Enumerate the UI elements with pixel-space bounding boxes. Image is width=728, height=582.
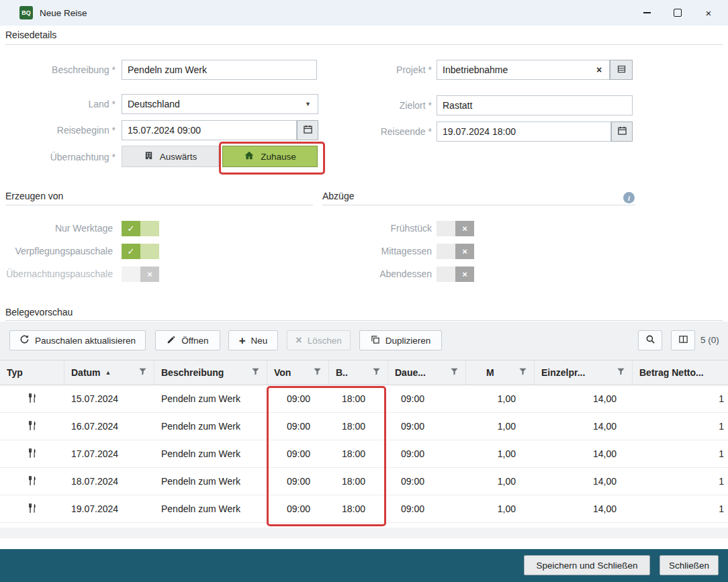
cell-beschreibung: Pendeln zum Werk — [154, 503, 267, 514]
meal-icon — [28, 420, 38, 433]
table-row[interactable]: 18.07.2024 Pendeln zum Werk 09:00 18:00 … — [0, 468, 728, 495]
close-button[interactable]: × — [693, 0, 724, 26]
filter-icon[interactable] — [518, 367, 527, 378]
filter-icon[interactable] — [138, 367, 147, 378]
abendessen-toggle[interactable]: × — [437, 266, 474, 282]
divider — [5, 320, 723, 321]
info-icon[interactable]: i — [623, 192, 635, 203]
column-header-betrag-netto[interactable]: Betrag Netto... — [633, 360, 728, 385]
projekt-clear-icon[interactable]: × — [596, 60, 602, 80]
mittagessen-toggle[interactable]: × — [437, 244, 474, 259]
column-header-bis[interactable]: B.. — [329, 360, 388, 385]
fruehstueck-label: Frühstück — [316, 221, 432, 236]
section-belegevorschau: Belegevorschau — [5, 307, 73, 318]
reisebeginn-label: Reisebeginn * — [0, 120, 116, 140]
cell-bis: 18:00 — [329, 476, 388, 487]
reiseende-input[interactable] — [437, 122, 611, 142]
loeschen-label: Löschen — [308, 336, 342, 346]
pauschalen-aktualisieren-button[interactable]: Pauschalen aktualisieren — [9, 330, 146, 350]
filter-icon[interactable] — [450, 367, 459, 378]
beschreibung-label: Beschreibung * — [0, 60, 116, 80]
building-icon — [144, 150, 154, 162]
filter-icon[interactable] — [372, 367, 381, 378]
chevron-down-icon: ▼ — [305, 101, 311, 107]
app-logo-icon: BQ — [19, 6, 33, 19]
zuhause-button[interactable]: Zuhause — [222, 146, 318, 167]
cell-bis: 18:00 — [329, 393, 388, 404]
duplizieren-label: Duplizieren — [385, 336, 431, 346]
horizontal-scrollbar[interactable] — [0, 528, 728, 538]
oeffnen-label: Öffnen — [181, 336, 208, 346]
uebernachtung-label: Übernachtung * — [0, 146, 116, 166]
verpflegungspauschale-toggle[interactable]: ✓ — [122, 244, 159, 259]
projekt-picker-button[interactable] — [610, 60, 633, 80]
column-header-typ[interactable]: Typ — [0, 360, 64, 385]
column-header-einzelpreis[interactable]: Einzelpr... — [535, 360, 633, 385]
speichern-und-schliessen-button[interactable]: Speichern und Schließen — [524, 555, 650, 575]
columns-icon — [678, 334, 688, 346]
beschreibung-input[interactable] — [122, 60, 317, 80]
edit-pencil-icon — [167, 335, 176, 346]
cell-von: 09:00 — [267, 503, 329, 514]
cell-beschreibung: Pendeln zum Werk — [154, 393, 267, 404]
schliessen-button[interactable]: Schließen — [659, 555, 719, 575]
cell-von: 09:00 — [267, 421, 329, 432]
cell-menge: 1,00 — [466, 448, 535, 459]
land-select[interactable]: Deutschland ▼ — [122, 94, 318, 114]
cross-icon: × — [140, 266, 159, 282]
zielort-input[interactable] — [437, 95, 633, 115]
column-header-von[interactable]: Von — [267, 360, 329, 385]
filter-icon[interactable] — [617, 367, 625, 378]
table-row[interactable]: 17.07.2024 Pendeln zum Werk 09:00 18:00 … — [0, 440, 728, 468]
projekt-input[interactable] — [437, 60, 610, 80]
table-row[interactable]: 15.07.2024 Pendeln zum Werk 09:00 18:00 … — [0, 385, 728, 413]
column-label: Typ — [7, 367, 23, 378]
column-header-dauer[interactable]: Daue... — [388, 360, 466, 385]
search-button[interactable] — [638, 330, 662, 350]
zuhause-button-label: Zuhause — [261, 152, 296, 162]
land-value: Deutschland — [128, 99, 180, 109]
meal-icon — [28, 448, 38, 460]
column-header-beschreibung[interactable]: Beschreibung — [154, 360, 267, 385]
column-label: Beschreibung — [161, 367, 224, 378]
loeschen-button[interactable]: × Löschen — [287, 330, 351, 350]
close-icon: × — [706, 7, 712, 19]
cell-datum: 16.07.2024 — [64, 421, 154, 432]
fruehstueck-toggle[interactable]: × — [437, 221, 474, 236]
zielort-label: Zielort * — [316, 95, 432, 115]
cell-dauer: 09:00 — [388, 448, 466, 459]
reiseende-calendar-button[interactable] — [611, 122, 633, 142]
cell-von: 09:00 — [267, 476, 329, 487]
table-row[interactable]: 19.07.2024 Pendeln zum Werk 09:00 18:00 … — [0, 495, 728, 523]
nur-werktage-toggle[interactable]: ✓ — [122, 221, 159, 236]
oeffnen-button[interactable]: Öffnen — [155, 330, 220, 350]
reisebeginn-input[interactable] — [122, 120, 297, 140]
check-icon: ✓ — [122, 244, 140, 259]
auswaerts-button[interactable]: Auswärts — [122, 146, 219, 167]
filter-icon[interactable] — [313, 367, 322, 378]
cell-datum: 17.07.2024 — [64, 448, 154, 459]
column-chooser-button[interactable] — [671, 330, 695, 350]
cell-dauer: 09:00 — [388, 421, 466, 432]
cell-einzelpreis: 14,00 — [535, 503, 633, 514]
cell-bis: 18:00 — [329, 448, 388, 459]
duplizieren-button[interactable]: Duplizieren — [359, 330, 442, 350]
uebernachtungspauschale-toggle[interactable]: × — [122, 266, 159, 282]
column-label: M — [486, 367, 494, 378]
calendar-icon — [617, 126, 627, 138]
meal-icon — [28, 393, 38, 405]
column-header-m[interactable]: M — [466, 360, 535, 385]
minimize-button[interactable] — [631, 0, 662, 26]
column-label: B.. — [336, 367, 348, 378]
titlebar: BQ Neue Reise × — [0, 0, 728, 26]
table-row[interactable]: 16.07.2024 Pendeln zum Werk 09:00 18:00 … — [0, 413, 728, 440]
cell-bis: 18:00 — [329, 503, 388, 514]
column-label: Daue... — [395, 367, 426, 378]
maximize-button[interactable] — [662, 0, 693, 26]
neu-button[interactable]: + Neu — [228, 330, 278, 350]
filter-icon[interactable] — [251, 367, 260, 378]
divider — [322, 205, 635, 205]
cell-einzelpreis: 14,00 — [535, 393, 633, 404]
column-header-datum[interactable]: Datum ▲ — [64, 360, 154, 385]
meal-icon — [28, 503, 38, 516]
